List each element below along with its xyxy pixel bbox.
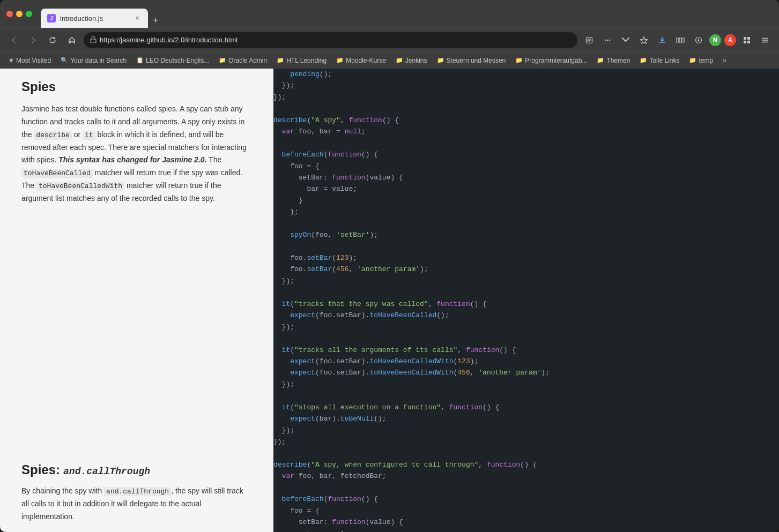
bookmark-label: Programmieraufgab... [525, 57, 587, 64]
callthrough-heading: Spies: [21, 462, 60, 477]
tab-title: introduction.js [60, 14, 129, 23]
bookmark-programmier[interactable]: 📁 Programmieraufgab... [511, 56, 591, 65]
svg-rect-8 [677, 38, 679, 42]
user-avatar-green[interactable]: M [709, 34, 721, 46]
svg-rect-10 [682, 38, 684, 42]
new-tab-button[interactable]: + [148, 13, 163, 28]
bookmark-jenkins[interactable]: 📁 Jenkins [391, 56, 432, 65]
folder-icon: 📁 [437, 57, 444, 64]
bookmark-leo[interactable]: 📋 LEO Deutsch-Englis... [132, 56, 213, 65]
bookmark-label: Tolle Links [649, 57, 679, 64]
tab-close-button[interactable]: × [133, 14, 142, 23]
title-bar: J introduction.js × + [0, 0, 779, 28]
folder-icon: 📁 [336, 57, 344, 64]
chevron-right-icon: » [723, 57, 726, 64]
bookmarks-more-button[interactable]: » [718, 56, 731, 65]
minimize-button[interactable] [16, 11, 23, 17]
pocket-button[interactable] [618, 33, 633, 48]
bookmark-most-visited[interactable]: ★ Most Visited [4, 56, 55, 65]
bookmark-temp[interactable]: 📁 temp [685, 56, 717, 65]
bookmark-label: LEO Deutsch-Englis... [146, 57, 209, 64]
spies-heading: Spies [21, 79, 252, 94]
svg-rect-9 [679, 38, 681, 42]
svg-rect-14 [744, 37, 746, 40]
bookmark-label: Jenkins [405, 57, 427, 64]
code-block: pending(); }); }); describe("A spy", fun… [273, 69, 779, 532]
bookmark-moodle[interactable]: 📁 Moodle-Kurse [332, 56, 390, 65]
doc-pane: Spies Jasmine has test double functions … [0, 69, 273, 532]
menu-button[interactable] [758, 33, 773, 48]
maximize-button[interactable] [26, 11, 32, 17]
bookmark-label: Oracle Admin [228, 57, 267, 64]
close-button[interactable] [6, 11, 13, 17]
code-pane[interactable]: pending(); }); }); describe("A spy", fun… [273, 69, 779, 532]
folder-icon: 📁 [277, 57, 284, 64]
more-tools-button[interactable] [600, 33, 615, 48]
download-button[interactable] [655, 33, 670, 48]
bookmark-label: Themen [606, 57, 630, 64]
bookmark-steuern[interactable]: 📁 Steuern und Messen [433, 56, 510, 65]
url-text: https://jasmine.github.io/2.0/introducti… [100, 36, 238, 44]
bookmark-label: Steuern und Messen [447, 57, 506, 64]
svg-point-5 [605, 39, 606, 40]
bookmark-themen[interactable]: 📁 Themen [592, 56, 634, 65]
bookmarks-bar: ★ Most Visited 🔍 Your data in Search 📋 L… [0, 51, 779, 69]
bookmark-label: Your data in Search [70, 57, 127, 64]
bookmark-label: temp [699, 57, 713, 64]
star-icon: ★ [9, 57, 14, 64]
star-button[interactable] [636, 33, 651, 48]
toHaveBeenCalled-code: toHaveBeenCalled [21, 169, 93, 178]
nav-bar: https://jasmine.github.io/2.0/introducti… [0, 28, 779, 51]
folder-icon: 📁 [515, 57, 523, 64]
callthrough-paragraph: By chaining the spy with and.callThrough… [21, 485, 252, 523]
bookmark-label: Moodle-Kurse [346, 57, 386, 64]
folder-icon: 📋 [136, 57, 144, 64]
nav-right-controls: M A [582, 33, 773, 48]
sync-button[interactable] [691, 33, 706, 48]
svg-rect-0 [91, 39, 96, 43]
address-bar[interactable]: https://jasmine.github.io/2.0/introducti… [84, 32, 577, 48]
traffic-lights [6, 11, 32, 17]
tabs-bar: J introduction.js × + [41, 0, 773, 28]
browser-window: J introduction.js × + [0, 0, 779, 532]
bookmark-label: Most Visited [16, 57, 51, 64]
svg-rect-16 [744, 41, 746, 43]
back-button[interactable] [6, 33, 21, 48]
forward-button[interactable] [26, 33, 41, 48]
bookmark-label: HTL Leonding [286, 57, 327, 64]
svg-rect-15 [747, 37, 750, 40]
bookmark-your-data[interactable]: 🔍 Your data in Search [56, 56, 131, 65]
folder-icon: 📁 [396, 57, 403, 64]
svg-point-6 [607, 39, 608, 40]
callthrough-title: Spies: and.callThrough [21, 462, 252, 477]
library-button[interactable] [673, 33, 688, 48]
spies-paragraph-1: Jasmine has test double functions called… [21, 103, 252, 205]
syntax-changed-bold: This syntax has changed for Jasmine 2.0. [58, 155, 206, 164]
folder-icon: 📁 [689, 57, 696, 64]
content-area: Spies Jasmine has test double functions … [0, 69, 779, 532]
home-button[interactable] [64, 33, 79, 48]
callthrough-section: Spies: and.callThrough By chaining the s… [21, 462, 252, 523]
describe-code: describe [34, 131, 71, 140]
folder-icon: 📁 [219, 57, 226, 64]
refresh-button[interactable] [45, 33, 60, 48]
it-code: it [83, 131, 95, 140]
bookmark-page-button[interactable] [582, 33, 597, 48]
bookmark-tolle[interactable]: 📁 Tolle Links [635, 56, 684, 65]
svg-rect-17 [747, 41, 750, 43]
user-avatar-red[interactable]: A [724, 34, 736, 46]
svg-point-7 [609, 39, 610, 40]
extensions-button[interactable] [739, 33, 754, 48]
search-icon: 🔍 [61, 57, 68, 64]
callthrough-inline-code: and.callThrough [104, 487, 171, 496]
bookmark-oracle[interactable]: 📁 Oracle Admin [214, 56, 271, 65]
security-icon [90, 36, 97, 44]
toHaveBeenCalledWith-code: toHaveBeenCalledWith [36, 182, 124, 191]
active-tab[interactable]: J introduction.js × [41, 9, 148, 28]
bookmark-htl[interactable]: 📁 HTL Leonding [272, 56, 331, 65]
tab-favicon: J [47, 14, 56, 23]
folder-icon: 📁 [640, 57, 647, 64]
folder-icon: 📁 [597, 57, 604, 64]
callthrough-code-label: and.callThrough [63, 466, 150, 477]
